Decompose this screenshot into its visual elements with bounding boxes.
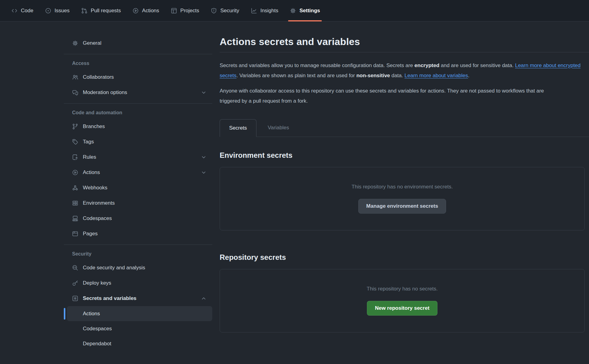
sidebar-item-label: Collaborators bbox=[83, 74, 114, 80]
intro-paragraph: Secrets and variables allow you to manag… bbox=[220, 60, 585, 81]
collaborator-note: Anyone with collaborator access to this … bbox=[220, 86, 565, 106]
sidebar-item-label: Pages bbox=[83, 231, 98, 237]
chevron-up-icon[interactable] bbox=[201, 295, 207, 301]
nav-tab-label: Pull requests bbox=[91, 8, 121, 14]
people-icon bbox=[72, 74, 78, 80]
sidebar-item-webhooks[interactable]: Webhooks bbox=[64, 180, 212, 195]
sidebar-section-title-security: Security bbox=[64, 248, 212, 260]
chevron-down-icon[interactable] bbox=[201, 154, 207, 160]
tag-icon bbox=[72, 139, 78, 145]
nav-tab-label: Security bbox=[220, 8, 239, 14]
sidebar-item-deploy-keys[interactable]: Deploy keys bbox=[64, 275, 212, 291]
sidebar-item-collaborators[interactable]: Collaborators bbox=[64, 70, 212, 85]
intro-strong-encrypted: encrypted bbox=[414, 63, 439, 68]
sidebar-item-general[interactable]: General bbox=[64, 36, 212, 51]
key-asterisk-icon bbox=[72, 295, 78, 301]
sidebar-item-environments[interactable]: Environments bbox=[64, 195, 212, 211]
nav-tab-pull-requests[interactable]: Pull requests bbox=[75, 0, 127, 21]
sidebar-divider bbox=[64, 54, 212, 54]
key-icon bbox=[72, 280, 78, 286]
nav-tab-settings[interactable]: Settings bbox=[284, 0, 326, 21]
sidebar-section-title-code-automation: Code and automation bbox=[64, 107, 212, 119]
sidebar-item-rules[interactable]: Rules bbox=[64, 150, 212, 165]
issue-opened-icon bbox=[45, 8, 51, 14]
play-icon bbox=[72, 169, 78, 176]
server-icon bbox=[72, 200, 78, 206]
nav-tab-label: Insights bbox=[260, 8, 279, 14]
table-icon bbox=[171, 8, 177, 14]
intro-strong-non-sensitive: non-sensitive bbox=[356, 73, 390, 78]
repo-push-icon bbox=[72, 154, 78, 160]
code-icon bbox=[11, 8, 17, 14]
sidebar-item-label: Environments bbox=[83, 200, 115, 206]
nav-tab-issues[interactable]: Issues bbox=[39, 0, 75, 21]
browser-icon bbox=[72, 231, 78, 237]
nav-tab-label: Projects bbox=[180, 8, 199, 14]
nav-tab-label: Settings bbox=[299, 8, 320, 14]
heading-divider bbox=[220, 52, 589, 52]
sidebar-item-actions[interactable]: Actions bbox=[64, 165, 212, 180]
settings-sidebar: General Access Collaborators Moderation … bbox=[64, 36, 212, 351]
sidebar-subitem-label: Codespaces bbox=[83, 326, 112, 332]
sidebar-item-label: Rules bbox=[83, 154, 96, 160]
sidebar-subitem-label: Actions bbox=[83, 311, 100, 317]
sidebar-divider bbox=[64, 103, 212, 104]
tab-variables[interactable]: Variables bbox=[256, 119, 301, 137]
gear-icon bbox=[72, 40, 78, 46]
comment-discussion-icon bbox=[72, 89, 78, 96]
intro-text: . Variables are shown as plain text and … bbox=[237, 73, 356, 78]
git-branch-icon bbox=[72, 123, 78, 130]
page-title: Actions secrets and variables bbox=[220, 36, 589, 47]
gear-icon bbox=[290, 8, 296, 14]
sidebar-item-label: Actions bbox=[83, 169, 100, 176]
intro-text: data. bbox=[390, 73, 404, 78]
nav-tab-label: Code bbox=[21, 8, 33, 14]
nav-tab-projects[interactable]: Projects bbox=[165, 0, 205, 21]
sidebar-item-label: Deploy keys bbox=[83, 280, 111, 286]
manage-environment-secrets-button[interactable]: Manage environment secrets bbox=[358, 199, 446, 214]
sidebar-item-pages[interactable]: Pages bbox=[64, 226, 212, 241]
sidebar-item-label: Code security and analysis bbox=[83, 265, 145, 271]
repository-secrets-heading: Repository secrets bbox=[220, 253, 589, 262]
sidebar-item-branches[interactable]: Branches bbox=[64, 119, 212, 134]
sidebar-subitem-actions[interactable]: Actions bbox=[67, 306, 212, 321]
intro-text: Secrets and variables allow you to manag… bbox=[220, 63, 414, 68]
git-pull-request-icon bbox=[81, 8, 87, 14]
intro-text: and are used for sensitive data. bbox=[439, 63, 515, 68]
sidebar-item-moderation-options[interactable]: Moderation options bbox=[64, 85, 212, 100]
sidebar-subitem-dependabot[interactable]: Dependabot bbox=[67, 336, 212, 351]
active-item-indicator bbox=[64, 308, 65, 320]
link-variables[interactable]: Learn more about variables bbox=[405, 73, 468, 78]
sidebar-subitem-codespaces[interactable]: Codespaces bbox=[67, 321, 212, 336]
repository-secrets-empty-box: This repository has no secrets. New repo… bbox=[220, 269, 585, 332]
chevron-down-icon[interactable] bbox=[201, 169, 207, 176]
intro-text: . bbox=[468, 73, 470, 78]
graph-icon bbox=[251, 8, 257, 14]
sidebar-item-label: Webhooks bbox=[83, 185, 107, 191]
new-repository-secret-button[interactable]: New repository secret bbox=[367, 301, 437, 316]
sidebar-item-tags[interactable]: Tags bbox=[64, 134, 212, 150]
sidebar-item-label: Moderation options bbox=[83, 89, 127, 96]
settings-content: Actions secrets and variables Secrets an… bbox=[220, 21, 589, 332]
sidebar-section-title-access: Access bbox=[64, 58, 212, 70]
nav-tab-code[interactable]: Code bbox=[6, 0, 39, 21]
nav-tab-security[interactable]: Security bbox=[205, 0, 245, 21]
repository-secrets-empty-text: This repository has no secrets. bbox=[367, 286, 437, 292]
nav-tab-actions[interactable]: Actions bbox=[127, 0, 165, 21]
environment-secrets-empty-box: This repository has no environment secre… bbox=[220, 167, 585, 230]
sidebar-item-label: Tags bbox=[83, 139, 94, 145]
sidebar-item-label: Codespaces bbox=[83, 215, 112, 222]
nav-tab-label: Issues bbox=[55, 8, 70, 14]
codescan-icon bbox=[72, 265, 78, 271]
nav-tab-insights[interactable]: Insights bbox=[245, 0, 284, 21]
tab-secrets[interactable]: Secrets bbox=[220, 119, 256, 137]
codespaces-icon bbox=[72, 215, 78, 222]
sidebar-item-label: Branches bbox=[83, 123, 105, 130]
webhook-icon bbox=[72, 185, 78, 191]
chevron-down-icon[interactable] bbox=[201, 89, 207, 96]
sidebar-item-label: Secrets and variables bbox=[83, 295, 137, 301]
sidebar-item-secrets-and-variables[interactable]: Secrets and variables bbox=[64, 291, 212, 306]
sidebar-item-codespaces[interactable]: Codespaces bbox=[64, 211, 212, 226]
sidebar-divider bbox=[64, 245, 212, 245]
sidebar-item-code-security[interactable]: Code security and analysis bbox=[64, 260, 212, 275]
